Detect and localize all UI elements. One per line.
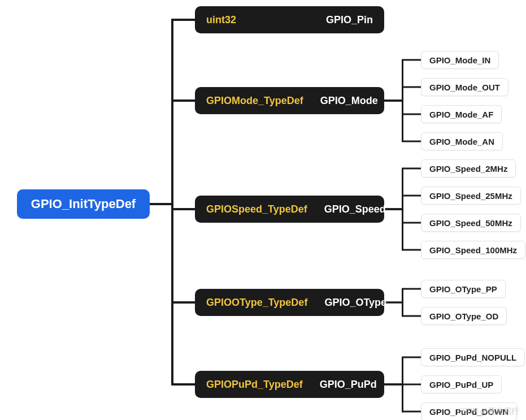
member-node: GPIOMode_TypeDefGPIO_Mode — [195, 87, 384, 114]
enum-value: GPIO_Speed_50MHz — [421, 214, 521, 232]
member-type: GPIOSpeed_TypeDef — [206, 203, 307, 215]
enum-value: GPIO_Mode_OUT — [421, 78, 508, 96]
member-node: uint32GPIO_Pin — [195, 6, 384, 33]
member-node: GPIOPuPd_TypeDefGPIO_PuPd — [195, 371, 384, 398]
member-name: GPIO_PuPd — [320, 379, 377, 391]
enum-value: GPIO_PuPd_NOPULL — [421, 348, 525, 366]
member-name: GPIO_Pin — [326, 14, 373, 26]
enum-value: GPIO_Speed_25MHz — [421, 187, 521, 205]
enum-value: GPIO_PuPd_UP — [421, 375, 502, 393]
enum-value: GPIO_Speed_100MHz — [421, 241, 525, 259]
member-node: GPIOSpeed_TypeDefGPIO_Speed — [195, 196, 384, 223]
member-type: GPIOPuPd_TypeDef — [206, 379, 303, 391]
watermark: CSDN @暮光启行 — [457, 406, 519, 417]
member-name: GPIO_Mode — [320, 95, 378, 107]
enum-value: GPIO_OType_PP — [421, 280, 506, 298]
member-name: GPIO_OType — [324, 297, 386, 309]
enum-value: GPIO_OType_OD — [421, 307, 507, 325]
enum-value: GPIO_Mode_AF — [421, 105, 502, 123]
member-type: GPIOOType_TypeDef — [206, 297, 307, 309]
member-type: GPIOMode_TypeDef — [206, 95, 303, 107]
enum-value: GPIO_Mode_IN — [421, 51, 499, 69]
diagram-stage: GPIO_InitTypeDef uint32GPIO_PinGPIOMode_… — [0, 0, 526, 420]
member-type: uint32 — [206, 14, 309, 26]
root-node: GPIO_InitTypeDef — [17, 189, 150, 219]
member-node: GPIOOType_TypeDefGPIO_OType — [195, 289, 384, 316]
root-label: GPIO_InitTypeDef — [31, 197, 136, 211]
member-name: GPIO_Speed — [324, 203, 386, 215]
enum-value: GPIO_Speed_2MHz — [421, 159, 516, 177]
enum-value: GPIO_Mode_AN — [421, 132, 503, 150]
